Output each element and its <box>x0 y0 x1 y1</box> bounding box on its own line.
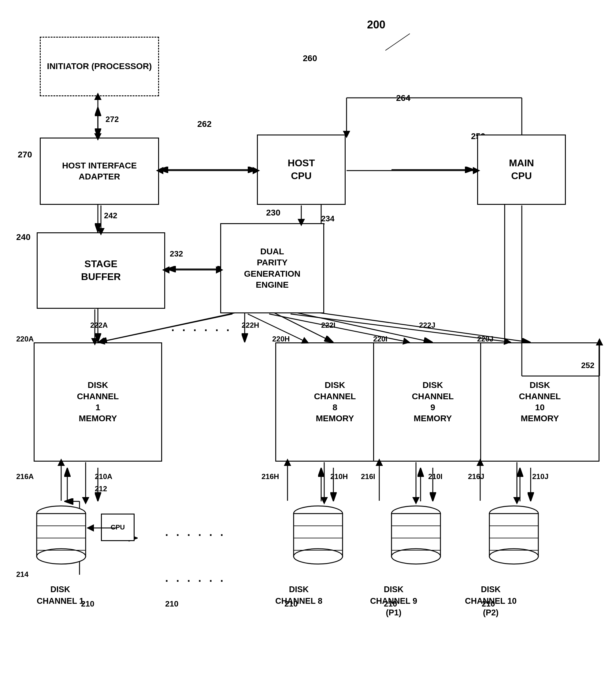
ref-220h-label: 220H <box>272 335 290 343</box>
ref-210j: 210J <box>532 472 548 481</box>
disk-ch8-label: DISKCHANNEL 8 <box>275 584 322 607</box>
ref-222i: 222I <box>321 321 335 329</box>
ref-212: 212 <box>95 484 107 493</box>
ref-216h: 216H <box>262 472 279 481</box>
host-interface-adapter-box: HOST INTERFACEADAPTER <box>40 138 159 205</box>
ref-216j: 216J <box>468 472 484 481</box>
ellipsis-bottom: · · · · · · <box>165 575 226 588</box>
initiator-box: INITIATOR (PROCESSOR) <box>40 37 159 96</box>
ellipsis-top: · · · · · · <box>171 324 232 337</box>
ref-232: 232 <box>170 249 183 259</box>
ref-222j: 222J <box>419 321 435 329</box>
ref-216i: 216I <box>361 472 375 481</box>
ref-214: 214 <box>16 570 28 579</box>
disk-unit-10 <box>486 501 542 569</box>
disk-ch10-label: DISKCHANNEL 10(P2) <box>465 584 516 618</box>
ref-252: 252 <box>581 361 594 370</box>
ref-260: 260 <box>303 53 317 63</box>
ref-272: 272 <box>106 115 119 124</box>
ref-222a: 222A <box>90 321 108 329</box>
svg-point-33 <box>37 549 86 564</box>
ref-262: 262 <box>197 119 212 129</box>
ref-230: 230 <box>266 208 281 218</box>
ref-220j-label: 220J <box>477 335 493 343</box>
ref-210-mid: 210 <box>165 599 178 609</box>
diagram: 200 ~10 INITIATOR (PROCESSOR) 270 HOST I… <box>0 0 616 686</box>
main-cpu-box: MAINCPU <box>477 135 566 205</box>
svg-point-51 <box>489 549 538 564</box>
stage-buffer-box: STAGEBUFFER <box>37 232 165 309</box>
host-cpu-box: HOSTCPU <box>257 135 346 205</box>
ellipsis-bottom-top: · · · · · · <box>165 529 226 542</box>
ref-242: 242 <box>104 211 117 221</box>
svg-line-81 <box>386 33 410 50</box>
ref-220a-label: 220A <box>16 335 34 343</box>
svg-line-13 <box>278 309 433 342</box>
dual-parity-engine-box: DUALPARITYGENERATIONENGINE <box>220 223 324 313</box>
ref-210i: 210I <box>428 472 443 481</box>
ref-220i-label: 220I <box>373 335 388 343</box>
cpu-box-1: CPU <box>101 513 135 541</box>
svg-point-45 <box>392 549 440 564</box>
disk-ch1-label: DISKCHANNEL 1 <box>37 584 84 607</box>
disk-ch10-memory-box: DISKCHANNEL10MEMORY <box>480 342 599 462</box>
ref-270: 270 <box>18 150 32 160</box>
ref-216a: 216A <box>16 472 34 481</box>
ref-240: 240 <box>16 232 30 242</box>
ref-222h: 222H <box>242 321 259 329</box>
ref-210h: 210H <box>330 472 348 481</box>
disk-unit-1 <box>34 501 89 569</box>
ref-234: 234 <box>321 214 334 224</box>
disk-ch9-label: DISKCHANNEL 9(P1) <box>370 584 417 618</box>
disk-unit-8 <box>290 501 346 569</box>
ref-210a: 210A <box>95 472 112 481</box>
ref-264: 264 <box>396 93 411 103</box>
svg-point-39 <box>294 549 343 564</box>
disk-ch1-memory-box: DISKCHANNEL1MEMORY <box>34 342 162 462</box>
disk-unit-9 <box>389 501 443 569</box>
diagram-title: 200 <box>367 18 386 31</box>
disk-ch9-memory-box: DISKCHANNEL9MEMORY <box>373 342 492 462</box>
